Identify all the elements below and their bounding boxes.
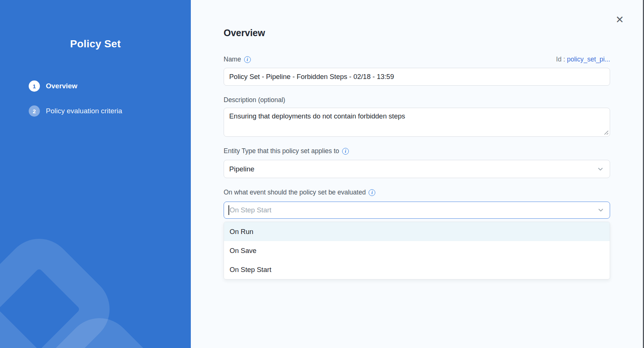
dialog-title: Policy Set	[0, 38, 191, 50]
event-combobox-wrap	[224, 202, 610, 219]
name-label-text: Name	[224, 56, 241, 63]
event-label: On what event should the policy set be e…	[224, 189, 610, 196]
description-field-wrap: Ensuring that deployments do not contain…	[224, 108, 610, 137]
event-combobox-input[interactable]	[224, 202, 610, 219]
policy-set-dialog: Policy Set 1 Overview 2 Policy evaluatio…	[0, 0, 644, 348]
name-input[interactable]	[224, 68, 610, 86]
step-label: Overview	[46, 82, 78, 90]
info-icon[interactable]: i	[369, 189, 375, 196]
close-icon[interactable]: ✕	[615, 15, 624, 25]
description-textarea[interactable]: Ensuring that deployments do not contain…	[224, 108, 610, 137]
description-label: Description (optional)	[224, 96, 610, 104]
menu-option-on-save[interactable]: On Save	[224, 241, 610, 260]
wizard-steps: 1 Overview 2 Policy evaluation criteria	[0, 80, 191, 117]
step-number-badge: 1	[29, 80, 40, 92]
name-label: Name i	[224, 56, 251, 63]
event-label-text: On what event should the policy set be e…	[224, 189, 366, 196]
entity-type-label-text: Entity Type that this policy set applies…	[224, 147, 339, 155]
policy-set-id: Id : policy_set_pi...	[556, 56, 610, 63]
id-prefix-text: Id :	[556, 56, 565, 63]
name-label-row: Name i Id : policy_set_pi...	[224, 56, 610, 63]
step-overview[interactable]: 1 Overview	[29, 80, 191, 92]
text-caret	[228, 205, 229, 215]
overview-form-panel: ✕ Overview Name i Id : policy_set_pi... …	[191, 0, 644, 348]
chevron-down-icon	[597, 166, 603, 172]
step-policy-evaluation-criteria[interactable]: 2 Policy evaluation criteria	[29, 105, 191, 117]
policy-set-id-link[interactable]: policy_set_pi...	[567, 56, 610, 63]
info-icon[interactable]: i	[342, 148, 349, 155]
chevron-down-icon	[598, 207, 604, 213]
wizard-sidebar: Policy Set 1 Overview 2 Policy evaluatio…	[0, 0, 191, 348]
entity-type-label: Entity Type that this policy set applies…	[224, 147, 610, 155]
step-number-badge: 2	[29, 105, 40, 117]
menu-option-on-step-start[interactable]: On Step Start	[224, 260, 610, 279]
entity-type-select[interactable]: Pipeline	[224, 160, 610, 178]
info-icon[interactable]: i	[244, 56, 251, 63]
page-title: Overview	[224, 0, 610, 38]
entity-type-selected-value: Pipeline	[229, 165, 255, 173]
step-label: Policy evaluation criteria	[46, 107, 122, 115]
event-options-menu: On Run On Save On Step Start	[224, 222, 610, 279]
menu-option-on-run[interactable]: On Run	[224, 222, 610, 241]
